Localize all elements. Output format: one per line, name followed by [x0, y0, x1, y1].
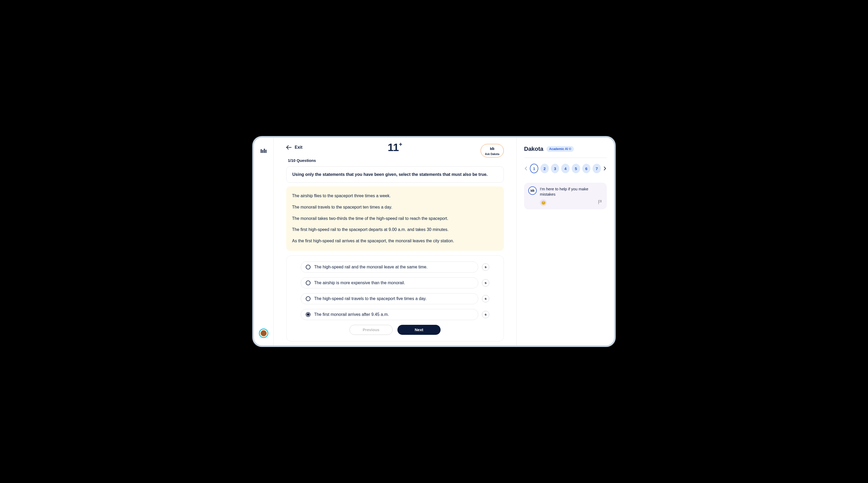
answer-row: The airship is more expensive than the m…	[301, 277, 489, 288]
chevron-left-icon[interactable]	[524, 166, 528, 171]
passage-line: The airship flies to the spaceport three…	[292, 193, 498, 199]
svg-rect-9	[532, 190, 532, 192]
answer-row: The high-speed rail and the monorail lea…	[301, 261, 489, 273]
app-logo: 11 +	[388, 142, 402, 153]
strike-button[interactable]: s	[482, 295, 489, 303]
answer-row: The first monorail arrives after 9.45 a.…	[301, 309, 489, 320]
passage-line: The first high-speed rail to the spacepo…	[292, 226, 498, 233]
radio-icon	[306, 296, 310, 301]
top-bar: Exit 11 + Ask Dakota	[286, 145, 504, 150]
logo-plus: +	[399, 141, 402, 148]
answer-row: The high-speed rail travels to the space…	[301, 293, 489, 304]
answer-text: The high-speed rail travels to the space…	[314, 296, 427, 301]
question-nav-1[interactable]: 1	[530, 164, 538, 173]
assistant-name: Dakota	[524, 145, 543, 152]
react-emoji-button[interactable]: 😊	[540, 199, 547, 206]
question-nav-2[interactable]: 2	[540, 164, 549, 173]
assistant-message-bubble: I'm here to help if you make mistakes 😊	[524, 183, 607, 209]
sidebar-panel: Dakota Academic AI © 1 2 3 4 5 6 7	[517, 138, 614, 345]
radio-icon	[306, 312, 310, 317]
answer-text: The high-speed rail and the monorail lea…	[314, 265, 427, 269]
main-panel: Exit 11 + Ask Dakota 1/10 Questions	[274, 138, 517, 345]
question-prompt-box: Using only the statements that you have …	[286, 166, 504, 183]
next-button[interactable]: Next	[397, 325, 441, 335]
question-nav-4[interactable]: 4	[561, 164, 569, 173]
passage-line: The monorail takes two-thirds the time o…	[292, 216, 498, 222]
bars-icon	[490, 146, 495, 152]
svg-rect-4	[490, 147, 491, 150]
strike-button[interactable]: s	[482, 263, 489, 271]
question-nav: 1 2 3 4 5 6 7	[524, 164, 607, 173]
answer-option-4[interactable]: The first monorail arrives after 9.45 a.…	[301, 309, 478, 320]
passage-line: As the first high-speed rail arrives at …	[292, 238, 498, 245]
academic-ai-badge: Academic AI ©	[547, 146, 574, 152]
question-nav-6[interactable]: 6	[582, 164, 591, 173]
svg-rect-3	[266, 150, 267, 153]
answer-option-1[interactable]: The high-speed rail and the monorail lea…	[301, 261, 478, 273]
answer-option-3[interactable]: The high-speed rail travels to the space…	[301, 293, 478, 304]
chevron-right-icon[interactable]	[603, 166, 607, 171]
logo-main: 11	[388, 142, 398, 153]
svg-rect-0	[261, 149, 262, 153]
svg-rect-6	[492, 147, 493, 150]
question-nav-5[interactable]: 5	[572, 164, 580, 173]
app-frame: Exit 11 + Ask Dakota 1/10 Questions	[252, 136, 616, 347]
answer-option-2[interactable]: The airship is more expensive than the m…	[301, 277, 478, 288]
question-nav-7[interactable]: 7	[592, 164, 601, 173]
ask-dakota-button[interactable]: Ask Dakota	[480, 144, 504, 158]
exit-label: Exit	[295, 145, 302, 150]
ask-dakota-label: Ask Dakota	[485, 153, 499, 155]
assistant-message: I'm here to help if you make mistakes	[540, 187, 602, 197]
passage-box: The airship flies to the spaceport three…	[286, 187, 504, 251]
arrow-left-icon	[286, 145, 291, 149]
question-nav-3[interactable]: 3	[551, 164, 559, 173]
answer-text: The first monorail arrives after 9.45 a.…	[314, 312, 389, 317]
radio-icon	[306, 281, 310, 285]
question-counter: 1/10 Questions	[288, 158, 504, 163]
svg-rect-2	[264, 149, 265, 153]
exit-button[interactable]: Exit	[286, 145, 302, 150]
svg-rect-7	[494, 148, 494, 150]
strike-button[interactable]: s	[482, 279, 489, 287]
flag-icon[interactable]	[598, 200, 602, 206]
nav-buttons: Previous Next	[301, 325, 489, 335]
strike-button[interactable]: s	[482, 311, 489, 318]
question-prompt: Using only the statements that you have …	[292, 171, 498, 178]
passage-line: The monorail travels to the spaceport te…	[292, 204, 498, 211]
radio-icon	[306, 265, 310, 269]
left-rail	[254, 138, 274, 345]
logo-bars-icon	[260, 148, 267, 154]
svg-rect-5	[491, 148, 492, 150]
answer-text: The airship is more expensive than the m…	[314, 281, 405, 285]
answers-container: The high-speed rail and the monorail lea…	[286, 255, 504, 341]
svg-rect-8	[531, 190, 531, 192]
svg-rect-10	[533, 189, 533, 192]
previous-button[interactable]: Previous	[349, 325, 393, 335]
user-avatar[interactable]	[259, 329, 268, 338]
sidebar-header: Dakota Academic AI ©	[524, 145, 607, 158]
assistant-avatar-icon	[528, 187, 537, 195]
svg-rect-1	[262, 150, 264, 153]
svg-rect-11	[533, 190, 534, 192]
